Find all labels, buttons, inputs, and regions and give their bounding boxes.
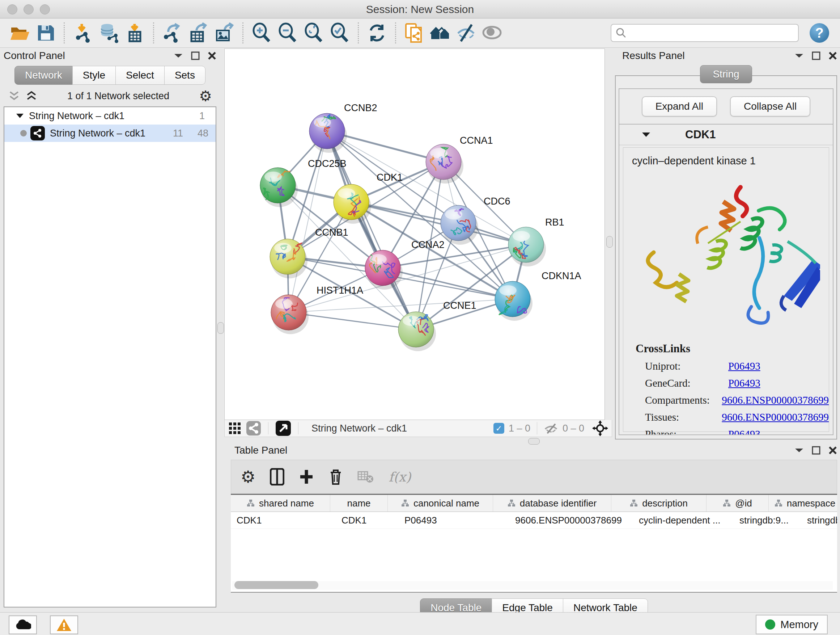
- gene-symbol: CDK1: [685, 128, 715, 141]
- import-network-file-icon[interactable]: [71, 21, 95, 44]
- table-row[interactable]: CDK1CDK1P064939606.ENSP00000378699cyclin…: [231, 512, 837, 529]
- node-CCNB2[interactable]: CCNB2: [309, 103, 377, 153]
- help-button[interactable]: ?: [810, 23, 829, 43]
- crosslink-link[interactable]: 9606.ENSP00000378699: [722, 411, 829, 423]
- crosslink-label: Uniprot:: [645, 360, 728, 372]
- show-graphics-details-icon[interactable]: [481, 21, 504, 44]
- gene-section-header[interactable]: CDK1: [619, 125, 833, 145]
- tab-style[interactable]: Style: [73, 66, 116, 85]
- column-header-namespace[interactable]: namespace: [769, 495, 837, 511]
- column-header-name[interactable]: name: [330, 495, 388, 511]
- selected-items-checkbox-icon[interactable]: ✓: [493, 423, 504, 434]
- horizontal-splitter-handle[interactable]: [528, 438, 540, 445]
- search-field[interactable]: [611, 24, 799, 42]
- column-header-description[interactable]: description: [611, 495, 706, 511]
- table-options-gear-icon[interactable]: ⚙: [240, 469, 256, 485]
- copy-style-icon[interactable]: [403, 21, 426, 44]
- crosslink-link[interactable]: P06493: [728, 377, 760, 389]
- fit-content-crosshair-icon[interactable]: [592, 420, 608, 436]
- memory-button[interactable]: Memory: [756, 615, 828, 634]
- column-header-canonical-name[interactable]: canonical name: [388, 495, 493, 511]
- zoom-out-icon[interactable]: [276, 21, 299, 44]
- collapse-all-chevron-icon[interactable]: [8, 90, 20, 101]
- zoom-selected-icon[interactable]: [328, 21, 351, 44]
- tab-sets[interactable]: Sets: [164, 66, 205, 85]
- add-column-icon[interactable]: [299, 469, 314, 485]
- zoom-in-icon[interactable]: [250, 21, 273, 44]
- float-panel-icon[interactable]: [812, 51, 821, 60]
- crosslink-link[interactable]: 9606.ENSP00000378699: [722, 394, 829, 406]
- cloud-button[interactable]: [9, 616, 37, 634]
- export-network-icon[interactable]: [161, 21, 184, 44]
- zoom-fit-icon[interactable]: [302, 21, 325, 44]
- table-panel-title: Table Panel: [234, 445, 287, 456]
- crosslink-row: Compartments:9606.ENSP00000378699: [636, 394, 829, 406]
- column-header-@id[interactable]: @id: [706, 495, 769, 511]
- node-CCNA1[interactable]: CCNA1: [426, 135, 493, 184]
- table-horizontal-scrollbar[interactable]: [232, 581, 833, 590]
- tab-network[interactable]: Network: [14, 66, 73, 85]
- show-columns-icon[interactable]: [270, 468, 284, 486]
- grid-view-icon[interactable]: [228, 422, 241, 435]
- crosslink-row: Tissues:9606.ENSP00000378699: [636, 411, 829, 423]
- network-collection-row[interactable]: String Network – cdk1 1: [4, 107, 216, 125]
- column-label: shared name: [259, 498, 314, 509]
- hide-selected-icon[interactable]: [455, 21, 478, 44]
- network-canvas[interactable]: CCNB2CCNA1CDC25BCDK1CDC6RB1CCNB1CCNA2CDK…: [224, 49, 605, 420]
- node-CDKN1A[interactable]: CDKN1A: [495, 271, 581, 321]
- node-RB1[interactable]: RB1: [508, 217, 564, 266]
- birdseye-view-icon[interactable]: [276, 421, 291, 436]
- panel-menu-icon[interactable]: [794, 53, 804, 59]
- node-CDC6[interactable]: CDC6: [441, 196, 510, 245]
- refresh-view-icon[interactable]: [365, 21, 388, 44]
- network-options-gear-icon[interactable]: ⚙: [199, 89, 212, 103]
- import-network-database-icon[interactable]: [97, 21, 120, 44]
- right-splitter-handle[interactable]: [606, 236, 613, 248]
- string-network-icon: [30, 126, 45, 141]
- open-session-icon[interactable]: [8, 21, 31, 44]
- warning-button[interactable]: [50, 616, 78, 634]
- tab-select[interactable]: Select: [115, 66, 164, 85]
- hidden-count: 0 – 0: [562, 423, 584, 434]
- crosslink-link[interactable]: P06493: [728, 428, 760, 435]
- scrollbar-thumb[interactable]: [234, 581, 318, 589]
- string-view-icon[interactable]: [246, 421, 261, 435]
- delete-column-icon[interactable]: [328, 468, 343, 486]
- float-panel-icon[interactable]: [191, 51, 200, 60]
- column-header-database-identifier[interactable]: database identifier: [493, 495, 611, 511]
- search-input[interactable]: [629, 27, 794, 39]
- node-CCNE1[interactable]: CCNE1: [398, 300, 477, 351]
- results-panel-title: Results Panel: [622, 50, 685, 62]
- export-table-icon[interactable]: [187, 21, 210, 44]
- close-panel-icon[interactable]: [829, 446, 837, 455]
- network-status-dot: [20, 130, 27, 136]
- expand-all-chevron-icon[interactable]: [25, 90, 38, 101]
- expand-all-button[interactable]: Expand All: [642, 96, 717, 117]
- node-CCNB1[interactable]: CCNB1: [270, 227, 348, 279]
- column-header-shared-name[interactable]: shared name: [231, 495, 330, 511]
- crosslink-link[interactable]: P06493: [728, 360, 760, 372]
- network-row[interactable]: String Network – cdk1 11 48: [4, 125, 216, 142]
- panel-menu-icon[interactable]: [174, 53, 183, 59]
- collapse-all-button[interactable]: Collapse All: [730, 96, 810, 117]
- close-panel-icon[interactable]: [829, 51, 837, 60]
- export-image-icon[interactable]: [213, 21, 236, 44]
- close-panel-icon[interactable]: [208, 51, 216, 60]
- cell-name: CDK1: [336, 512, 399, 529]
- node-CDC25B[interactable]: CDC25B: [260, 158, 347, 207]
- float-panel-icon[interactable]: [812, 446, 821, 455]
- panel-menu-icon[interactable]: [794, 448, 804, 453]
- gene-description: cyclin–dependent kinase 1: [623, 153, 829, 167]
- left-splitter-handle[interactable]: [218, 322, 224, 334]
- search-icon: [616, 27, 625, 38]
- node-HIST1H1A[interactable]: HIST1H1A: [271, 285, 363, 334]
- automatic-layout-icon[interactable]: [429, 21, 452, 44]
- crosslink-label: GeneCard:: [645, 377, 728, 389]
- import-table-icon[interactable]: [123, 21, 147, 44]
- gene-section: CDK1 cyclin–dependent kinase 1: [619, 125, 834, 435]
- tab-string[interactable]: String: [700, 65, 752, 83]
- collection-count: 1: [199, 111, 205, 122]
- gene-expander-icon[interactable]: [642, 132, 651, 138]
- collection-expander-icon[interactable]: [16, 113, 24, 119]
- save-session-icon[interactable]: [34, 21, 57, 44]
